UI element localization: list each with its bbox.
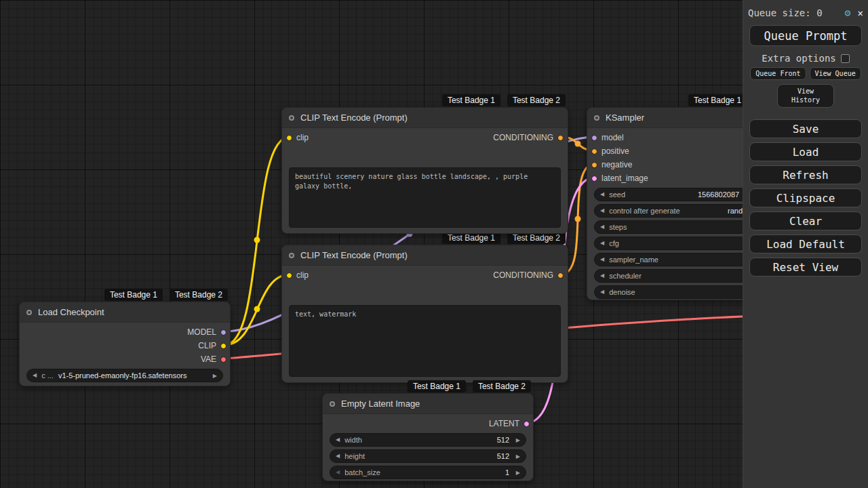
increment-arrow-icon[interactable]: ▶ — [516, 454, 520, 460]
test-badge-2: Test Badge 2 — [507, 94, 566, 106]
node-empty-latent-image[interactable]: Test Badge 1 Test Badge 2 Empty Latent I… — [322, 393, 534, 481]
decrement-arrow-icon[interactable]: ◀ — [336, 437, 340, 443]
next-option-arrow-icon[interactable]: ▶ — [213, 373, 217, 379]
decrement-arrow-icon[interactable]: ◀ — [600, 257, 604, 262]
decrement-arrow-icon[interactable]: ◀ — [600, 224, 604, 230]
node-title-bar[interactable]: Load Checkpoint — [20, 302, 230, 323]
width-widget[interactable]: ◀ width 512 ▶ — [330, 433, 526, 447]
widget-label: seed — [609, 190, 625, 199]
node-clip-text-encode-negative[interactable]: Test Badge 1 Test Badge 2 CLIP Text Enco… — [281, 245, 568, 383]
node-title-bar[interactable]: CLIP Text Encode (Prompt) — [282, 108, 568, 128]
test-badge-1: Test Badge 1 — [408, 380, 466, 392]
increment-arrow-icon[interactable]: ▶ — [516, 438, 520, 443]
decrement-arrow-icon[interactable]: ◀ — [600, 241, 604, 246]
widget-label: control after generate — [609, 207, 680, 215]
node-status-icon — [289, 253, 294, 258]
widget-value: 1566802087 — [698, 190, 739, 199]
decrement-arrow-icon[interactable]: ◀ — [336, 470, 340, 475]
node-title: KSampler — [606, 113, 644, 123]
widget-label: cfg — [609, 239, 619, 247]
extra-options-checkbox[interactable] — [841, 54, 850, 63]
refresh-button[interactable]: Refresh — [749, 165, 862, 184]
test-badge-1: Test Badge 1 — [442, 94, 500, 106]
widget-label: scheduler — [609, 272, 642, 280]
decrement-arrow-icon[interactable]: ◀ — [600, 208, 604, 214]
view-history-button[interactable]: View History — [777, 84, 834, 108]
queue-front-button[interactable]: Queue Front — [750, 67, 806, 80]
output-slot-label: CONDITIONING — [493, 133, 553, 142]
input-slot-negative-icon[interactable] — [591, 162, 597, 168]
test-badge-1: Test Badge 1 — [688, 94, 747, 106]
close-menu-icon[interactable]: ✕ — [858, 7, 863, 18]
output-slot-conditioning-icon[interactable] — [557, 272, 564, 279]
load-button[interactable]: Load — [749, 142, 862, 161]
save-button[interactable]: Save — [749, 119, 862, 138]
node-status-icon — [289, 115, 294, 121]
output-slot-vae-icon[interactable] — [220, 357, 226, 363]
input-slot-label: clip — [296, 270, 309, 280]
node-title: CLIP Text Encode (Prompt) — [300, 113, 408, 123]
output-slot-model-icon[interactable] — [220, 329, 226, 336]
decrement-arrow-icon[interactable]: ◀ — [600, 192, 604, 197]
widget-value: 512 — [497, 436, 509, 444]
output-slot-conditioning-icon[interactable] — [557, 135, 564, 141]
decrement-arrow-icon[interactable]: ◀ — [600, 289, 604, 295]
settings-gear-icon[interactable]: ⚙ — [845, 7, 851, 19]
test-badge-1: Test Badge 1 — [104, 289, 163, 301]
widget-label: c ... — [41, 371, 54, 380]
output-slot-latent-icon[interactable] — [524, 421, 530, 427]
widget-value: v1-5-pruned-emaonly-fp16.safetensors — [58, 371, 187, 380]
comfy-menu: Queue size: 0 ⚙ ✕ Queue Prompt Extra opt… — [743, 0, 868, 488]
node-badges: Test Badge 1 Test Badge 2 — [408, 380, 531, 392]
widget-value: 512 — [497, 452, 509, 460]
output-slot-label: MODEL — [187, 327, 216, 337]
input-slot-clip-icon[interactable] — [286, 135, 292, 141]
widget-label: steps — [609, 223, 627, 231]
positive-prompt-textarea[interactable]: beautiful scenery nature glass bottle la… — [289, 167, 561, 228]
output-slot-clip-icon[interactable] — [220, 343, 226, 349]
input-slot-clip-icon[interactable] — [286, 272, 292, 279]
node-title: CLIP Text Encode (Prompt) — [300, 250, 408, 260]
input-slot-label: model — [601, 133, 624, 142]
test-badge-2: Test Badge 2 — [473, 380, 531, 392]
app-window: Test Badge 1 Test Badge 2 CLIP Text Enco… — [0, 0, 868, 488]
queue-prompt-button[interactable]: Queue Prompt — [749, 25, 862, 46]
widget-label: width — [344, 436, 362, 444]
increment-arrow-icon[interactable]: ▶ — [516, 470, 520, 476]
node-badges: Test Badge 1 Test Badge 2 — [104, 289, 228, 301]
node-title-bar[interactable]: Empty Latent Image — [323, 394, 533, 414]
input-slot-label: latent_image — [601, 174, 648, 183]
node-badges: Test Badge 1 Test Badge 2 — [442, 94, 566, 106]
node-clip-text-encode-positive[interactable]: Test Badge 1 Test Badge 2 CLIP Text Enco… — [281, 107, 568, 234]
node-status-icon — [26, 310, 32, 315]
negative-prompt-textarea[interactable]: text, watermark — [289, 305, 561, 377]
output-slot-label: LATENT — [489, 419, 519, 428]
output-slot-label: CLIP — [198, 341, 216, 350]
widget-value: 1 — [505, 468, 509, 476]
clipspace-button[interactable]: Clipspace — [749, 188, 862, 207]
input-slot-label: clip — [296, 133, 309, 142]
batch-size-widget[interactable]: ◀ batch_size 1 ▶ — [330, 466, 526, 479]
widget-label: sampler_name — [609, 256, 658, 264]
prev-option-arrow-icon[interactable]: ◀ — [33, 373, 37, 378]
decrement-arrow-icon[interactable]: ◀ — [600, 273, 604, 279]
extra-options-label: Extra options — [762, 53, 836, 64]
output-slot-label: VAE — [201, 354, 216, 364]
decrement-arrow-icon[interactable]: ◀ — [336, 453, 340, 459]
height-widget[interactable]: ◀ height 512 ▶ — [330, 449, 526, 463]
input-slot-model-icon[interactable] — [591, 135, 597, 141]
node-title: Empty Latent Image — [341, 399, 420, 409]
input-slot-positive-icon[interactable] — [591, 148, 597, 155]
input-slot-label: positive — [601, 146, 629, 156]
ckpt-name-combo-widget[interactable]: ◀ c ... v1-5-pruned-emaonly-fp16.safeten… — [26, 369, 223, 382]
load-default-button[interactable]: Load Default — [749, 235, 862, 253]
node-load-checkpoint[interactable]: Test Badge 1 Test Badge 2 Load Checkpoin… — [19, 302, 231, 386]
reset-view-button[interactable]: Reset View — [749, 258, 862, 277]
node-title-bar[interactable]: CLIP Text Encode (Prompt) — [282, 245, 568, 266]
widget-label: batch_size — [344, 468, 380, 476]
clear-button[interactable]: Clear — [749, 211, 862, 230]
output-slot-label: CONDITIONING — [493, 270, 553, 280]
view-queue-button[interactable]: View Queue — [810, 67, 861, 80]
input-slot-latent-image-icon[interactable] — [591, 176, 597, 182]
node-status-icon — [330, 401, 335, 407]
